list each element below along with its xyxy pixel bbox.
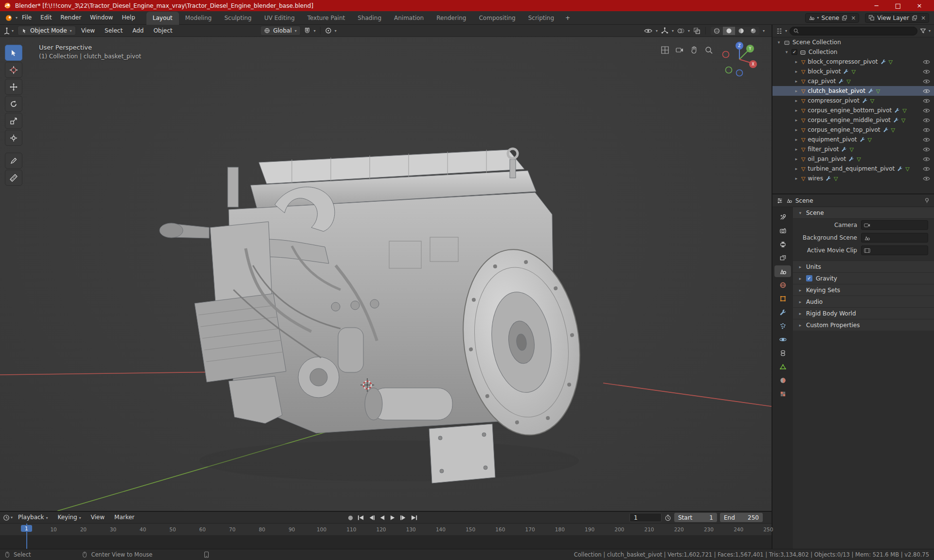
visibility-eye-icon[interactable] — [923, 137, 930, 142]
menu-view[interactable]: View — [87, 511, 109, 524]
gravity-checkbox[interactable]: ✓ — [806, 275, 812, 281]
outliner-collection[interactable]: ▾ ✓ Collection — [772, 47, 934, 57]
visibility-eye-icon[interactable] — [923, 59, 930, 65]
tab-material[interactable] — [774, 374, 791, 386]
visibility-eye-icon[interactable] — [923, 147, 930, 152]
chevron-down-icon[interactable]: ▾ — [672, 29, 674, 33]
timeline-editor-icon[interactable] — [3, 514, 10, 521]
transform-tool[interactable] — [5, 130, 22, 146]
mode-dropdown[interactable]: Object Mode ▾ — [18, 26, 76, 35]
navigation-gizmo[interactable]: Z Y X — [721, 41, 758, 78]
minimize-button[interactable]: − — [866, 2, 887, 9]
section-keying-sets[interactable]: ▸ Keying Sets — [793, 284, 934, 296]
outliner-search[interactable] — [790, 27, 917, 35]
disclosure-icon[interactable]: ▸ — [794, 166, 799, 171]
tab-render[interactable] — [774, 225, 791, 236]
shading-material-icon[interactable] — [735, 27, 747, 35]
play-reverse-button[interactable] — [378, 515, 386, 521]
disclosure-icon[interactable]: ▸ — [794, 108, 799, 113]
scene-selector[interactable]: ▾ Scene × — [805, 13, 860, 23]
gizmo-z-neg[interactable] — [736, 70, 743, 76]
background-scene-field[interactable] — [861, 233, 928, 243]
menu-file[interactable]: File — [18, 11, 36, 24]
outliner-item[interactable]: ▸ ▽ turbine_and_equipment_pivot ▽ — [772, 164, 934, 174]
timeline-ruler[interactable]: 1020304050607080901001101201301401501601… — [0, 524, 772, 536]
tab-shading[interactable]: Shading — [351, 12, 388, 25]
new-view-layer-icon[interactable] — [912, 15, 917, 21]
start-frame-field[interactable]: Start 1 — [674, 513, 717, 522]
menu-object[interactable]: Object — [149, 24, 177, 37]
disclosure-icon[interactable]: ▾ — [784, 50, 789, 54]
outliner-item[interactable]: ▸ ▽ corpus_engine_bottom_pivot ▽ — [772, 105, 934, 115]
tab-scripting[interactable]: Scripting — [522, 12, 560, 25]
outliner-item[interactable]: ▸ ▽ compressor_pivot ▽ — [772, 96, 934, 105]
menu-add[interactable]: Add — [128, 24, 148, 37]
filter-funnel-icon[interactable] — [920, 28, 926, 34]
play-button[interactable] — [389, 515, 396, 521]
view-layer-selector[interactable]: View Layer × — [865, 13, 929, 23]
outliner-item[interactable]: ▸ ▽ filter_pivot ▽ — [772, 144, 934, 154]
tab-modeling[interactable]: Modeling — [179, 12, 218, 25]
visibility-eye-icon[interactable] — [923, 157, 930, 162]
outliner-editor-icon[interactable] — [776, 28, 783, 35]
tab-object[interactable] — [774, 293, 791, 304]
jump-to-end-button[interactable] — [411, 515, 418, 521]
chevron-down-icon[interactable]: ▾ — [785, 29, 787, 33]
pin-icon[interactable] — [924, 197, 930, 204]
viewport-3d[interactable]: User Perspective (1) Collection | clutch… — [0, 37, 772, 511]
tab-sculpting[interactable]: Sculpting — [218, 12, 258, 25]
visibility-eye-icon[interactable] — [923, 88, 930, 94]
visibility-eye-icon[interactable] — [923, 69, 930, 74]
next-keyframe-button[interactable] — [400, 515, 407, 521]
outliner-item[interactable]: ▸ ▽ oil_pan_pivot ▽ — [772, 154, 934, 164]
disclosure-icon[interactable]: ▸ — [794, 127, 799, 132]
snap-dropdown-icon[interactable]: ▾ — [314, 29, 316, 33]
tab-compositing[interactable]: Compositing — [472, 12, 521, 25]
disclosure-icon[interactable]: ▸ — [794, 98, 799, 103]
snap-magnet-icon[interactable] — [304, 27, 311, 35]
outliner-item[interactable]: ▸ ▽ block_compressor_pivot ▽ — [772, 57, 934, 67]
properties-editor-icon[interactable] — [776, 197, 783, 204]
outliner-item[interactable]: ▸ ▽ corpus_engine_middle_pivot ▽ — [772, 115, 934, 125]
object-visibility-icon[interactable] — [644, 28, 652, 34]
disclosure-icon[interactable]: ▸ — [794, 118, 799, 122]
current-frame-field[interactable]: 1 — [629, 513, 662, 522]
tab-texture[interactable] — [774, 388, 791, 400]
tab-output[interactable] — [774, 238, 791, 250]
tab-texture-paint[interactable]: Texture Paint — [301, 12, 351, 25]
outliner-item[interactable]: ▸ ▽ equipment_pivot ▽ — [772, 135, 934, 144]
disclosure-icon[interactable]: ▸ — [794, 147, 799, 152]
app-menu-icon[interactable] — [4, 15, 14, 21]
tab-constraints[interactable] — [774, 347, 791, 359]
tab-object-data[interactable] — [774, 361, 791, 372]
new-scene-icon[interactable] — [842, 15, 847, 21]
falloff-dropdown-icon[interactable]: ▾ — [335, 29, 337, 33]
outliner-item[interactable]: ▸ ▽ block_pivot ▽ — [772, 67, 934, 76]
visibility-eye-icon[interactable] — [923, 118, 930, 123]
select-box-tool[interactable] — [5, 45, 22, 61]
ortho-grid-icon[interactable] — [661, 46, 669, 54]
pan-hand-icon[interactable] — [690, 46, 699, 54]
annotate-tool[interactable] — [5, 153, 22, 169]
menu-keying[interactable]: Keying ▾ — [53, 511, 85, 525]
disclosure-icon[interactable]: ▸ — [794, 79, 799, 84]
visibility-eye-icon[interactable] — [923, 176, 930, 181]
current-frame-marker[interactable]: 1 — [21, 525, 32, 532]
outliner-item[interactable]: ▸ ▽ corpus_engine_top_pivot ▽ — [772, 125, 934, 135]
remove-view-layer-icon[interactable]: × — [920, 15, 926, 21]
disclosure-icon[interactable]: ▸ — [794, 176, 799, 181]
menu-help[interactable]: Help — [117, 11, 139, 24]
cursor-tool[interactable] — [5, 62, 22, 78]
rotate-tool[interactable] — [5, 96, 22, 112]
visibility-eye-icon[interactable] — [923, 108, 930, 113]
tab-view-layer[interactable] — [774, 252, 791, 263]
section-gravity[interactable]: ▸ ✓ Gravity — [793, 272, 934, 284]
record-button[interactable] — [347, 515, 354, 521]
disclosure-icon[interactable]: ▸ — [794, 157, 799, 161]
disclosure-icon[interactable]: ▸ — [794, 137, 799, 142]
overlays-icon[interactable] — [677, 27, 684, 35]
zoom-icon[interactable] — [704, 46, 713, 54]
gizmos-icon[interactable] — [661, 27, 668, 35]
shading-wireframe-icon[interactable] — [711, 27, 723, 35]
outliner-item[interactable]: ▸ ▽ wires ▽ — [772, 174, 934, 183]
